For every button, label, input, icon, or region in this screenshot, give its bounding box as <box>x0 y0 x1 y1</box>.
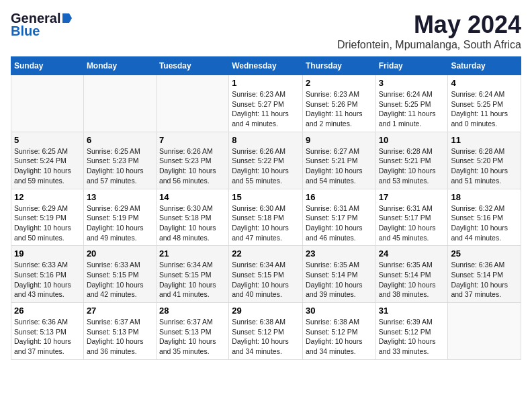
calendar-cell: 21Sunrise: 6:34 AMSunset: 5:15 PMDayligh… <box>156 246 228 303</box>
col-sunday: Sunday <box>11 57 84 75</box>
calendar-cell: 31Sunrise: 6:39 AMSunset: 5:12 PMDayligh… <box>375 303 448 360</box>
calendar-week-row: 19Sunrise: 6:33 AMSunset: 5:16 PMDayligh… <box>11 246 521 303</box>
calendar-cell: 26Sunrise: 6:36 AMSunset: 5:13 PMDayligh… <box>11 303 84 360</box>
day-number: 6 <box>87 135 153 145</box>
day-info: Sunrise: 6:37 AMSunset: 5:13 PMDaylight:… <box>159 317 226 357</box>
calendar-cell <box>448 303 521 360</box>
day-number: 21 <box>159 248 226 259</box>
calendar-cell <box>83 75 156 132</box>
day-number: 22 <box>232 248 300 259</box>
day-number: 10 <box>379 135 445 145</box>
day-info: Sunrise: 6:30 AMSunset: 5:18 PMDaylight:… <box>232 203 300 243</box>
day-number: 11 <box>451 135 518 145</box>
day-number: 31 <box>379 306 445 316</box>
location-title: Driefontein, Mpumalanga, South Africa <box>337 39 521 51</box>
day-info: Sunrise: 6:28 AMSunset: 5:20 PMDaylight:… <box>451 146 518 186</box>
col-friday: Friday <box>375 57 448 75</box>
calendar-week-row: 1Sunrise: 6:23 AMSunset: 5:27 PMDaylight… <box>11 75 521 132</box>
day-number: 1 <box>232 78 300 88</box>
calendar-cell: 9Sunrise: 6:27 AMSunset: 5:21 PMDaylight… <box>302 132 375 189</box>
day-number: 27 <box>87 306 153 316</box>
calendar-cell: 12Sunrise: 6:29 AMSunset: 5:19 PMDayligh… <box>11 189 84 246</box>
day-info: Sunrise: 6:38 AMSunset: 5:12 PMDaylight:… <box>306 317 373 357</box>
day-info: Sunrise: 6:23 AMSunset: 5:26 PMDaylight:… <box>306 89 373 129</box>
calendar-cell: 30Sunrise: 6:38 AMSunset: 5:12 PMDayligh… <box>302 303 375 360</box>
calendar-cell: 15Sunrise: 6:30 AMSunset: 5:18 PMDayligh… <box>229 189 303 246</box>
calendar-cell: 7Sunrise: 6:26 AMSunset: 5:23 PMDaylight… <box>156 132 228 189</box>
day-number: 4 <box>451 78 518 88</box>
day-number: 12 <box>14 192 81 202</box>
day-info: Sunrise: 6:29 AMSunset: 5:19 PMDaylight:… <box>87 203 153 243</box>
day-info: Sunrise: 6:35 AMSunset: 5:14 PMDaylight:… <box>379 260 445 300</box>
day-info: Sunrise: 6:25 AMSunset: 5:24 PMDaylight:… <box>14 146 81 186</box>
day-info: Sunrise: 6:31 AMSunset: 5:17 PMDaylight:… <box>306 203 373 243</box>
calendar-cell: 24Sunrise: 6:35 AMSunset: 5:14 PMDayligh… <box>375 246 448 303</box>
calendar-cell: 23Sunrise: 6:35 AMSunset: 5:14 PMDayligh… <box>302 246 375 303</box>
calendar-week-row: 12Sunrise: 6:29 AMSunset: 5:19 PMDayligh… <box>11 189 521 246</box>
day-number: 26 <box>14 306 81 316</box>
col-tuesday: Tuesday <box>156 57 228 75</box>
day-info: Sunrise: 6:25 AMSunset: 5:23 PMDaylight:… <box>87 146 153 186</box>
calendar-cell: 28Sunrise: 6:37 AMSunset: 5:13 PMDayligh… <box>156 303 228 360</box>
calendar-cell: 29Sunrise: 6:38 AMSunset: 5:12 PMDayligh… <box>229 303 303 360</box>
title-section: May 2024 Driefontein, Mpumalanga, South … <box>337 11 521 51</box>
logo-blue-text: Blue <box>11 24 40 39</box>
calendar-cell: 2Sunrise: 6:23 AMSunset: 5:26 PMDaylight… <box>302 75 375 132</box>
calendar-cell: 5Sunrise: 6:25 AMSunset: 5:24 PMDaylight… <box>11 132 84 189</box>
day-info: Sunrise: 6:31 AMSunset: 5:17 PMDaylight:… <box>379 203 445 243</box>
day-number: 16 <box>306 192 373 202</box>
calendar-cell <box>156 75 228 132</box>
calendar-cell: 22Sunrise: 6:34 AMSunset: 5:15 PMDayligh… <box>229 246 303 303</box>
day-info: Sunrise: 6:23 AMSunset: 5:27 PMDaylight:… <box>232 89 300 129</box>
page-header: General Blue May 2024 Driefontein, Mpuma… <box>11 11 521 51</box>
logo: General Blue <box>11 11 73 39</box>
day-info: Sunrise: 6:35 AMSunset: 5:14 PMDaylight:… <box>306 260 373 300</box>
col-saturday: Saturday <box>448 57 521 75</box>
day-number: 15 <box>232 192 300 202</box>
day-number: 24 <box>379 248 445 259</box>
day-number: 13 <box>87 192 153 202</box>
day-info: Sunrise: 6:38 AMSunset: 5:12 PMDaylight:… <box>232 317 300 357</box>
calendar-cell: 17Sunrise: 6:31 AMSunset: 5:17 PMDayligh… <box>375 189 448 246</box>
month-title: May 2024 <box>337 11 521 39</box>
calendar-cell: 1Sunrise: 6:23 AMSunset: 5:27 PMDaylight… <box>229 75 303 132</box>
day-number: 5 <box>14 135 81 145</box>
calendar-cell: 25Sunrise: 6:36 AMSunset: 5:14 PMDayligh… <box>448 246 521 303</box>
col-monday: Monday <box>83 57 156 75</box>
day-info: Sunrise: 6:34 AMSunset: 5:15 PMDaylight:… <box>159 260 226 300</box>
day-info: Sunrise: 6:39 AMSunset: 5:12 PMDaylight:… <box>379 317 445 357</box>
calendar-cell: 18Sunrise: 6:32 AMSunset: 5:16 PMDayligh… <box>448 189 521 246</box>
day-number: 7 <box>159 135 226 145</box>
day-info: Sunrise: 6:33 AMSunset: 5:16 PMDaylight:… <box>14 260 81 300</box>
day-info: Sunrise: 6:26 AMSunset: 5:23 PMDaylight:… <box>159 146 226 186</box>
day-number: 28 <box>159 306 226 316</box>
calendar-cell: 10Sunrise: 6:28 AMSunset: 5:21 PMDayligh… <box>375 132 448 189</box>
day-info: Sunrise: 6:30 AMSunset: 5:18 PMDaylight:… <box>159 203 226 243</box>
day-info: Sunrise: 6:32 AMSunset: 5:16 PMDaylight:… <box>451 203 518 243</box>
calendar-cell: 13Sunrise: 6:29 AMSunset: 5:19 PMDayligh… <box>83 189 156 246</box>
svg-marker-0 <box>62 13 72 23</box>
calendar-cell: 4Sunrise: 6:24 AMSunset: 5:25 PMDaylight… <box>448 75 521 132</box>
day-info: Sunrise: 6:24 AMSunset: 5:25 PMDaylight:… <box>379 89 445 129</box>
calendar-cell: 3Sunrise: 6:24 AMSunset: 5:25 PMDaylight… <box>375 75 448 132</box>
day-info: Sunrise: 6:34 AMSunset: 5:15 PMDaylight:… <box>232 260 300 300</box>
day-number: 8 <box>232 135 300 145</box>
calendar-cell: 14Sunrise: 6:30 AMSunset: 5:18 PMDayligh… <box>156 189 228 246</box>
day-info: Sunrise: 6:27 AMSunset: 5:21 PMDaylight:… <box>306 146 373 186</box>
calendar-cell: 16Sunrise: 6:31 AMSunset: 5:17 PMDayligh… <box>302 189 375 246</box>
calendar-week-row: 26Sunrise: 6:36 AMSunset: 5:13 PMDayligh… <box>11 303 521 360</box>
col-wednesday: Wednesday <box>229 57 303 75</box>
calendar-cell: 6Sunrise: 6:25 AMSunset: 5:23 PMDaylight… <box>83 132 156 189</box>
day-number: 14 <box>159 192 226 202</box>
day-number: 17 <box>379 192 445 202</box>
day-number: 2 <box>306 78 373 88</box>
calendar-header-row: Sunday Monday Tuesday Wednesday Thursday… <box>11 57 521 75</box>
day-info: Sunrise: 6:36 AMSunset: 5:14 PMDaylight:… <box>451 260 518 300</box>
calendar-table: Sunday Monday Tuesday Wednesday Thursday… <box>11 56 521 360</box>
day-number: 9 <box>306 135 373 145</box>
col-thursday: Thursday <box>302 57 375 75</box>
calendar-cell: 20Sunrise: 6:33 AMSunset: 5:15 PMDayligh… <box>83 246 156 303</box>
calendar-cell: 27Sunrise: 6:37 AMSunset: 5:13 PMDayligh… <box>83 303 156 360</box>
day-info: Sunrise: 6:26 AMSunset: 5:22 PMDaylight:… <box>232 146 300 186</box>
calendar-cell: 8Sunrise: 6:26 AMSunset: 5:22 PMDaylight… <box>229 132 303 189</box>
